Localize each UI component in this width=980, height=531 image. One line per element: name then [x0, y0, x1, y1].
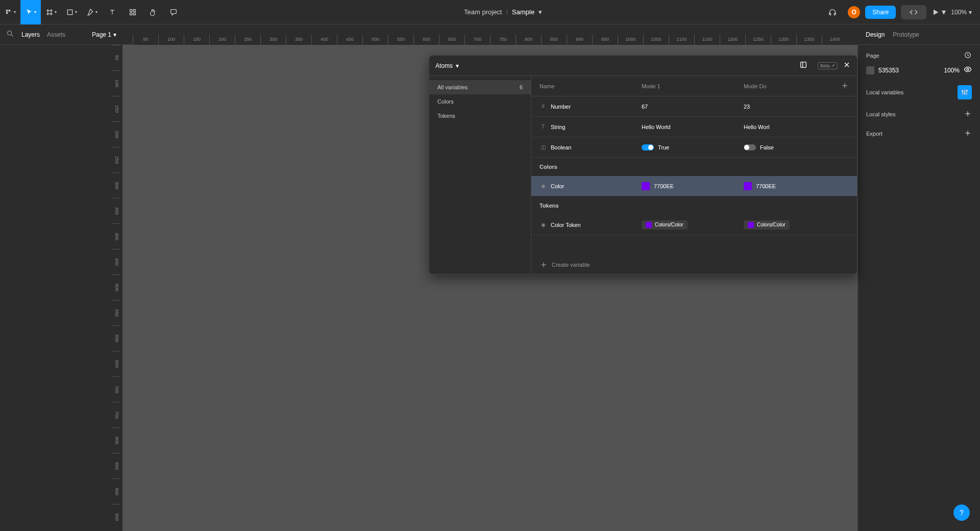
share-button[interactable]: Share [865, 6, 896, 19]
column-header-mode1[interactable]: Mode 1 [633, 83, 736, 89]
ruler-tick: 50 [112, 45, 119, 70]
team-label[interactable]: Team project [464, 8, 502, 16]
plus-icon [964, 129, 972, 137]
visibility-button[interactable] [964, 65, 972, 75]
export-label: Export [866, 131, 883, 137]
variable-name: Number [551, 104, 571, 110]
column-header-mode2[interactable]: Mode Do [736, 83, 838, 89]
ruler-tick: 350 [286, 35, 311, 45]
close-button[interactable] [843, 61, 851, 70]
search-button[interactable] [6, 30, 14, 39]
color-alias-pill[interactable]: Colors/Color [744, 220, 790, 230]
local-variables-button[interactable] [958, 85, 972, 99]
right-panel-tabs: Design Prototype [857, 31, 980, 38]
canvas[interactable]: Atoms ▾ Beta ↗ [133, 55, 857, 531]
svg-rect-1 [6, 12, 8, 14]
present-button[interactable]: ▾ [932, 7, 946, 17]
color-type-icon: ◉ [540, 183, 547, 190]
sidebar-item-all-variables[interactable]: All variables 6 [429, 80, 531, 94]
text-tool-button[interactable] [102, 0, 122, 24]
ruler-tick: 750 [112, 402, 119, 427]
variable-value: False [760, 144, 774, 150]
color-swatch[interactable] [642, 182, 650, 190]
hand-icon [149, 8, 157, 16]
sidebar-item-label: All variables [437, 84, 468, 90]
variable-value[interactable]: 67 [642, 104, 648, 110]
variable-row-color[interactable]: ◉ Color 7700EE 7700EE [531, 176, 857, 196]
breadcrumb: Team project / Sample ▾ [184, 8, 822, 16]
boolean-toggle[interactable] [642, 144, 654, 150]
chevron-down-icon: ▾ [34, 10, 36, 14]
svg-rect-11 [133, 9, 135, 11]
tab-prototype[interactable]: Prototype [893, 31, 919, 38]
chevron-down-icon[interactable]: ▾ [538, 8, 542, 16]
ruler-tick: 700 [112, 376, 119, 402]
top-toolbar: ▾ ▾ ▾ ▾ ▾ Team project [0, 0, 980, 24]
ruler-tick: 500 [112, 274, 119, 300]
page-opacity-value[interactable]: 100% [944, 67, 960, 74]
add-style-button[interactable] [964, 110, 972, 119]
pen-tool-button[interactable]: ▾ [82, 0, 102, 24]
chevron-down-icon: ▾ [113, 31, 116, 38]
variables-panel: Atoms ▾ Beta ↗ [429, 55, 857, 274]
sidebar-item-count: 6 [520, 84, 523, 90]
sidebar-icon [799, 61, 807, 69]
canvas-area[interactable]: 5010015020025030035040045050055060065070… [122, 45, 857, 531]
svg-rect-12 [130, 13, 132, 15]
code-icon [910, 8, 918, 16]
sidebar-item-tokens[interactable]: Tokens [429, 109, 531, 123]
tab-layers[interactable]: Layers [21, 31, 40, 38]
chevron-down-icon: ▾ [14, 10, 16, 14]
help-button[interactable]: ? [953, 504, 970, 521]
svg-point-29 [964, 93, 966, 94]
create-variable-button[interactable]: Create variable [531, 256, 857, 274]
chevron-down-icon[interactable]: ▾ [456, 62, 459, 69]
variable-row-string[interactable]: T String Hello World Hello Worl [531, 117, 857, 137]
audio-button[interactable] [822, 0, 843, 24]
boolean-type-icon: ◫ [540, 144, 547, 151]
headphones-icon [828, 8, 837, 16]
zoom-control[interactable]: 100% ▾ [951, 9, 972, 16]
variable-row-boolean[interactable]: ◫ Boolean True False [531, 137, 857, 158]
move-tool-button[interactable]: ▾ [20, 0, 41, 24]
page-section-label: Page [866, 53, 879, 59]
boolean-toggle[interactable] [744, 144, 756, 150]
page-color-swatch[interactable] [866, 66, 874, 74]
project-name[interactable]: Sample [512, 8, 534, 16]
dev-mode-button[interactable] [901, 5, 926, 19]
tab-assets[interactable]: Assets [47, 31, 65, 38]
color-swatch[interactable] [744, 182, 752, 190]
ruler-tick: 150 [112, 96, 119, 121]
sidebar-toggle-button[interactable] [799, 61, 807, 70]
resources-button[interactable] [122, 0, 143, 24]
shape-tool-button[interactable]: ▾ [61, 0, 82, 24]
sidebar-item-colors[interactable]: Colors [429, 94, 531, 109]
hand-tool-button[interactable] [143, 0, 163, 24]
tab-design[interactable]: Design [866, 31, 885, 38]
variable-row-color-token[interactable]: ◉ Color Token Colors/Color [531, 215, 857, 235]
variable-value[interactable]: Hello World [642, 124, 671, 130]
page-history-button[interactable] [964, 51, 972, 60]
main-menu-button[interactable]: ▾ [0, 0, 20, 24]
add-export-button[interactable] [964, 129, 972, 138]
variable-value[interactable]: 23 [744, 104, 750, 110]
add-mode-button[interactable] [838, 82, 857, 91]
ruler-tick: 400 [311, 35, 337, 45]
ruler-tick: 700 [464, 35, 490, 45]
ruler-tick: 1050 [643, 35, 669, 45]
avatar[interactable]: O [848, 6, 860, 18]
svg-rect-13 [133, 13, 135, 15]
page-selector[interactable]: Page 1 ▾ [92, 31, 116, 38]
plus-icon [964, 110, 972, 118]
collection-name[interactable]: Atoms [435, 62, 453, 69]
page-color-value[interactable]: 535353 [878, 67, 899, 74]
variable-row-number[interactable]: # Number 67 23 [531, 96, 857, 117]
ruler-tick: 200 [209, 35, 235, 45]
comment-tool-button[interactable] [163, 0, 184, 24]
sidebar-item-label: Tokens [437, 113, 455, 119]
color-alias-pill[interactable]: Colors/Color [642, 220, 688, 230]
frame-tool-button[interactable]: ▾ [41, 0, 61, 24]
zoom-value: 100% [951, 9, 967, 16]
ruler-tick: 1300 [771, 35, 796, 45]
variable-value[interactable]: Hello Worl [744, 124, 770, 130]
